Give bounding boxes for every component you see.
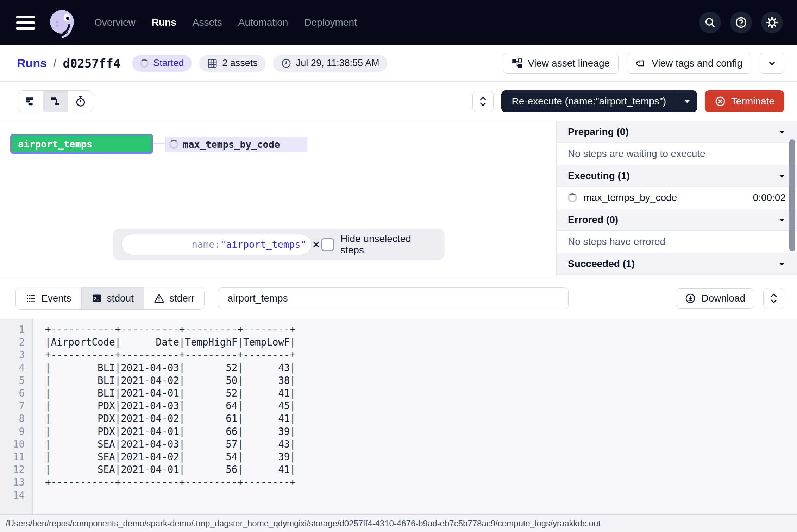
nav-item-overview[interactable]: Overview <box>94 17 136 28</box>
view-tags-config-button[interactable]: View tags and config <box>627 53 751 74</box>
log-line: 12| SEA|2021-04-01| 56| 41| <box>0 463 797 476</box>
search-button[interactable] <box>699 12 721 33</box>
log-line: 1+-----------+----------+---------+-----… <box>0 323 797 336</box>
download-log-button[interactable]: Download <box>676 288 754 309</box>
step-node-airport-temps[interactable]: airport_temps <box>10 134 153 154</box>
log-line-number: 1 <box>0 324 25 335</box>
logs-toolbar: Events stdout stderr <box>0 278 797 319</box>
log-file-path: /Users/ben/repos/components_demo/spark-d… <box>6 519 601 528</box>
log-line: 9| PDX|2021-04-01| 66| 39| <box>0 425 797 438</box>
nav-item-runs[interactable]: Runs <box>152 17 176 28</box>
panel-scrollbar[interactable] <box>789 139 795 251</box>
log-file-path-bar: /Users/ben/repos/components_demo/spark-d… <box>0 514 797 532</box>
log-line-text: | SEA|2021-04-02| 54| 39| <box>45 451 296 462</box>
filter-query-prefix: name: <box>192 239 220 250</box>
close-icon <box>311 240 321 249</box>
chevron-up-icon <box>770 293 778 298</box>
log-line: 2|AirportCode| Date|TempHighF|TempLowF| <box>0 336 797 348</box>
run-status-badge: Started <box>132 55 192 72</box>
caret-down-icon <box>778 129 786 134</box>
cancel-circle-icon <box>715 96 726 107</box>
help-button[interactable] <box>730 12 752 33</box>
executing-step-row[interactable]: max_temps_by_code 0:00:02 <box>557 187 797 209</box>
step-filter-bar: name:"airport_temps" Hide unselected ste… <box>113 229 445 260</box>
more-actions-button[interactable] <box>760 53 784 74</box>
hide-unselected-label: Hide unselected steps <box>340 233 436 256</box>
panel-section-executing[interactable]: Executing (1) <box>557 165 797 187</box>
expand-log-panel-control[interactable] <box>763 288 784 309</box>
log-line: 13+-----------+----------+---------+----… <box>0 476 797 488</box>
warning-triangle-icon <box>154 293 164 304</box>
log-line: 6| BLI|2021-04-01| 52| 41| <box>0 387 797 399</box>
log-line-number: 12 <box>0 464 25 475</box>
log-line-text: +-----------+----------+---------+------… <box>45 476 296 488</box>
terminate-button[interactable]: Terminate <box>705 90 784 112</box>
primary-nav: Overview Runs Assets Automation Deployme… <box>94 17 357 28</box>
log-line-number: 8 <box>0 413 25 424</box>
log-line-text: | BLI|2021-04-02| 50| 38| <box>45 375 296 386</box>
preparing-empty-row: No steps are waiting to execute <box>557 143 797 165</box>
view-flat-gantt-button[interactable] <box>18 91 43 112</box>
log-line-number: 9 <box>0 426 25 437</box>
reexecute-button-main[interactable]: Re-execute (name:"airport_temps") <box>501 90 677 112</box>
hide-unselected-steps-toggle[interactable]: Hide unselected steps <box>321 233 436 256</box>
caret-down-icon <box>778 217 786 222</box>
log-line: 3+-----------+----------+---------+-----… <box>0 348 797 361</box>
stdout-log-viewer[interactable]: 1+-----------+----------+---------+-----… <box>0 319 797 514</box>
assets-count-badge[interactable]: 2 assets <box>199 55 265 72</box>
nav-item-automation[interactable]: Automation <box>238 17 288 28</box>
view-waterfall-gantt-button[interactable] <box>43 91 68 112</box>
reexecute-dropdown-toggle[interactable] <box>677 90 697 112</box>
run-id: d0257ff4 <box>63 56 120 70</box>
gear-icon <box>766 16 778 29</box>
log-line-number: 2 <box>0 336 25 348</box>
clear-filter-button[interactable] <box>311 240 321 249</box>
panel-section-preparing[interactable]: Preparing (0) <box>557 121 797 143</box>
log-line-text: | PDX|2021-04-03| 64| 45| <box>45 400 296 411</box>
chevron-down-icon <box>770 299 778 303</box>
run-steps-panel: Preparing (0) No steps are waiting to ex… <box>556 121 797 278</box>
log-line: 10| SEA|2021-04-03| 57| 43| <box>0 438 797 450</box>
tab-events[interactable]: Events <box>16 287 82 309</box>
clock-icon <box>281 58 291 69</box>
log-line-text: | PDX|2021-04-01| 66| 39| <box>45 426 296 437</box>
panel-section-succeeded[interactable]: Succeeded (1) <box>557 253 797 275</box>
zoom-fit-control[interactable] <box>472 91 494 112</box>
panel-section-errored[interactable]: Errored (0) <box>557 209 797 231</box>
waterfall-gantt-icon <box>50 96 61 107</box>
tab-stderr[interactable]: stderr <box>144 287 205 309</box>
settings-button[interactable] <box>761 12 783 33</box>
gantt-graph-area: airport_temps max_temps_by_code name:"ai… <box>0 121 556 278</box>
log-line-text: | BLI|2021-04-01| 52| 41| <box>45 387 296 399</box>
dagster-logo-icon[interactable] <box>46 6 78 39</box>
chevron-down-icon <box>479 102 487 106</box>
log-line-text: |AirportCode| Date|TempHighF|TempLowF| <box>45 336 296 348</box>
log-line-number: 5 <box>0 375 25 386</box>
logs-tab-group: Events stdout stderr <box>15 287 205 310</box>
step-edge <box>153 143 166 144</box>
event-list-icon <box>26 293 36 304</box>
flat-gantt-icon <box>25 96 36 107</box>
grid-icon <box>207 58 218 69</box>
log-line: 7| PDX|2021-04-03| 64| 45| <box>0 399 797 412</box>
breadcrumb-runs-link[interactable]: Runs <box>17 56 47 70</box>
nav-item-deployment[interactable]: Deployment <box>304 17 357 28</box>
caret-down-icon <box>684 99 691 104</box>
view-asset-lineage-button[interactable]: View asset lineage <box>503 53 619 74</box>
step-node-max-temps-by-code[interactable]: max_temps_by_code <box>165 137 307 152</box>
step-elapsed-time: 0:00:02 <box>753 192 786 203</box>
tab-stdout[interactable]: stdout <box>82 287 144 309</box>
stopwatch-icon <box>75 96 86 107</box>
log-line-text: +-----------+----------+---------+------… <box>45 324 296 335</box>
nav-item-assets[interactable]: Assets <box>193 17 222 28</box>
log-step-selector-input[interactable] <box>218 287 569 309</box>
spinner-icon <box>568 193 577 202</box>
view-timer-button[interactable] <box>68 91 93 112</box>
log-line: 4| BLI|2021-04-03| 52| 43| <box>0 361 797 374</box>
gantt-view-switcher <box>18 90 93 112</box>
caret-down-icon <box>778 261 786 266</box>
hamburger-menu-icon[interactable] <box>16 16 35 30</box>
hide-unselected-checkbox[interactable] <box>321 238 334 251</box>
errored-empty-row: No steps have errored <box>557 231 797 253</box>
step-filter-input[interactable]: name:"airport_temps" <box>121 234 312 255</box>
